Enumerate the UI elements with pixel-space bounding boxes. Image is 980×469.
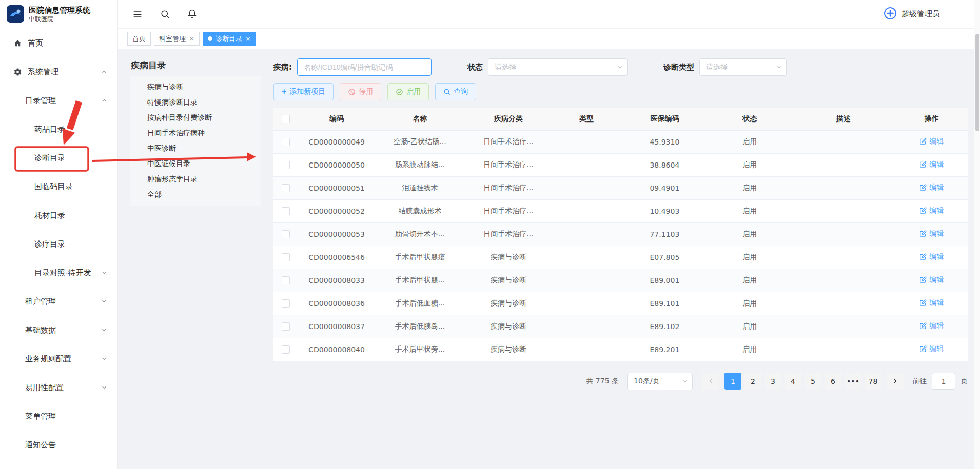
- sidebar-item-label: 首页: [28, 38, 43, 48]
- close-tab-icon[interactable]: ×: [189, 35, 194, 42]
- sidebar-item-label: 通知公告: [25, 440, 56, 450]
- sidebar-item-system-management[interactable]: 系统管理: [0, 57, 117, 86]
- sidebar-item-notice[interactable]: 通知公告: [0, 431, 117, 459]
- tab-diagnosis-catalog[interactable]: 诊断目录×: [203, 32, 256, 46]
- tab-home[interactable]: 首页: [127, 32, 151, 46]
- sidebar-item-catalog-management[interactable]: 目录管理: [0, 86, 117, 115]
- catalog-item[interactable]: 疾病与诊断: [130, 79, 261, 94]
- scrollbar-thumb[interactable]: [975, 34, 979, 131]
- disease-search-input[interactable]: [297, 58, 432, 76]
- column-header: 类型: [552, 108, 621, 130]
- tab-label: 首页: [132, 34, 146, 44]
- user-menu[interactable]: 超级管理员: [884, 7, 940, 22]
- row-checkbox[interactable]: [282, 322, 290, 331]
- catalog-item[interactable]: 全部: [130, 187, 261, 202]
- sidebar-item-menu-management[interactable]: 菜单管理: [0, 402, 117, 431]
- page-button-1[interactable]: 1: [724, 373, 741, 390]
- edit-button[interactable]: 编辑: [919, 160, 944, 169]
- row-checkbox[interactable]: [282, 184, 290, 192]
- cell-category: 疾病与诊断: [465, 269, 552, 292]
- catalog-item[interactable]: 肿瘤形态学目录: [130, 171, 261, 187]
- edit-button[interactable]: 编辑: [919, 183, 944, 192]
- status-select[interactable]: 请选择: [488, 58, 628, 76]
- scrollbar-track[interactable]: [974, 0, 980, 469]
- sidebar-item-usability-config[interactable]: 易用性配置: [0, 373, 117, 402]
- sidebar-item-business-rules[interactable]: 业务规则配置: [0, 344, 117, 373]
- row-checkbox[interactable]: [282, 161, 290, 169]
- sidebar-item-home[interactable]: 首页: [0, 29, 117, 57]
- page-button-4[interactable]: 4: [785, 373, 801, 390]
- goto-page-input[interactable]: [932, 373, 955, 390]
- user-name: 超级管理员: [901, 9, 940, 19]
- cell-code: CD0000006546: [299, 246, 375, 269]
- chevron-down-icon: [101, 384, 107, 391]
- disable-button[interactable]: 停用: [340, 83, 381, 100]
- chevron-up-icon: [101, 69, 107, 75]
- sidebar-item-tenant-management[interactable]: 租户管理: [0, 287, 117, 316]
- enable-button[interactable]: 启用: [387, 83, 429, 100]
- sidebar-item-catalog-mapping[interactable]: 目录对照-待开发: [0, 258, 117, 287]
- sidebar-item-drug-catalog[interactable]: 药品目录: [0, 115, 117, 144]
- sidebar-item-label: 易用性配置: [25, 383, 64, 393]
- edit-button[interactable]: 编辑: [919, 275, 944, 284]
- diagnosis-type-select-value: 请选择: [706, 63, 728, 72]
- tabs-bar: 首页科室管理×诊断目录×: [118, 29, 980, 49]
- catalog-item[interactable]: 按病种目录付费诊断: [130, 110, 261, 125]
- edit-button[interactable]: 编辑: [919, 137, 944, 146]
- chevron-up-icon: [101, 97, 107, 104]
- prev-page-button[interactable]: [702, 373, 719, 390]
- cell-name: 肠系膜动脉结...: [375, 153, 465, 176]
- cell-status: 启用: [708, 338, 791, 361]
- edit-button-label: 编辑: [929, 298, 944, 308]
- sidebar-item-national-code-catalog[interactable]: 国临码目录: [0, 172, 117, 201]
- next-page-button[interactable]: [887, 373, 904, 390]
- page-size-select[interactable]: 10条/页: [627, 373, 693, 390]
- edit-button[interactable]: 编辑: [919, 298, 944, 308]
- cell-code: CD0000008037: [299, 315, 375, 338]
- page-button-3[interactable]: 3: [765, 373, 781, 390]
- row-checkbox[interactable]: [282, 138, 290, 146]
- edit-button-label: 编辑: [929, 229, 944, 238]
- cell-category: 日间手术治疗...: [465, 153, 552, 176]
- cell-category: 疾病与诊断: [465, 292, 552, 315]
- cell-status: 启用: [708, 153, 791, 176]
- notification-bell-icon[interactable]: [187, 9, 197, 19]
- sidebar-item-basic-data[interactable]: 基础数据: [0, 316, 117, 344]
- sidebar-item-treatment-catalog[interactable]: 诊疗目录: [0, 230, 117, 258]
- row-checkbox[interactable]: [282, 299, 290, 308]
- page-button-2[interactable]: 2: [744, 373, 761, 390]
- page-button-78[interactable]: 78: [865, 373, 881, 390]
- row-checkbox[interactable]: [282, 276, 290, 284]
- add-item-button[interactable]: + 添加新项目: [273, 83, 334, 100]
- cell-code: CD0000000053: [299, 222, 375, 246]
- sidebar-item-consumables-catalog[interactable]: 耗材目录: [0, 201, 117, 230]
- edit-button[interactable]: 编辑: [919, 321, 944, 331]
- page-button-5[interactable]: 5: [805, 373, 821, 390]
- query-button[interactable]: 查询: [435, 83, 476, 100]
- sidebar-item-diagnosis-catalog[interactable]: 诊断目录: [0, 144, 117, 172]
- page-content: 疾病目录 疾病与诊断特慢病诊断目录按病种目录付费诊断日间手术治疗病种中医诊断中医…: [118, 49, 980, 469]
- row-checkbox[interactable]: [282, 207, 290, 215]
- edit-button[interactable]: 编辑: [919, 344, 944, 354]
- row-checkbox[interactable]: [282, 230, 290, 238]
- page-button-6[interactable]: 6: [825, 373, 841, 390]
- cell-type: [552, 176, 621, 199]
- select-all-checkbox[interactable]: [282, 115, 290, 123]
- row-checkbox[interactable]: [282, 253, 290, 261]
- data-table-card: 编码名称疾病分类类型医保编码状态描述操作 CD0000000049空肠-乙状结肠…: [273, 108, 968, 361]
- catalog-item[interactable]: 中医证候目录: [130, 156, 261, 171]
- edit-button[interactable]: 编辑: [919, 206, 944, 215]
- close-tab-icon[interactable]: ×: [245, 35, 251, 42]
- page-more-button[interactable]: •••: [845, 373, 861, 390]
- diagnosis-type-select[interactable]: 请选择: [699, 58, 787, 76]
- catalog-item[interactable]: 中医诊断: [130, 140, 261, 156]
- edit-button[interactable]: 编辑: [919, 252, 944, 261]
- edit-button[interactable]: 编辑: [919, 229, 944, 238]
- catalog-item[interactable]: 日间手术治疗病种: [130, 125, 261, 140]
- goto-suffix: 页: [961, 377, 968, 386]
- tab-department-management[interactable]: 科室管理×: [154, 32, 200, 46]
- search-icon[interactable]: [160, 9, 170, 19]
- row-checkbox[interactable]: [282, 345, 290, 354]
- catalog-item[interactable]: 特慢病诊断目录: [130, 94, 261, 110]
- collapse-menu-icon[interactable]: [132, 9, 143, 19]
